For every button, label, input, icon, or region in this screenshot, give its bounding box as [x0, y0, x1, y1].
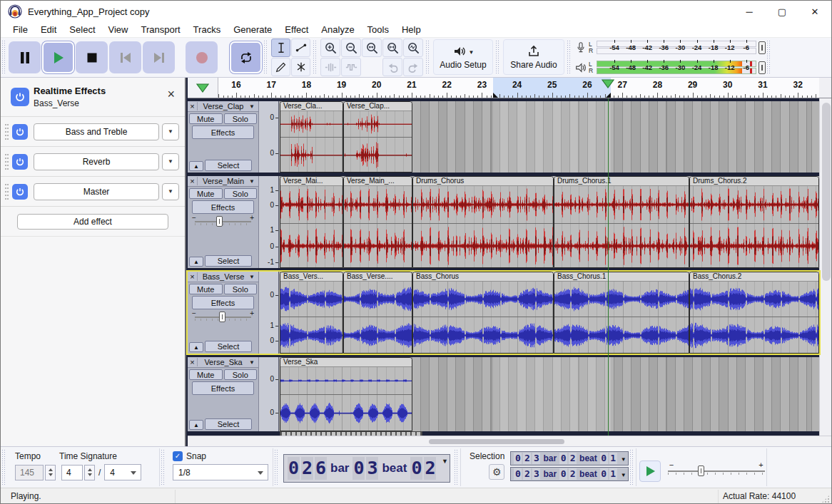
track-name-label[interactable]: Bass_Verse: [198, 272, 249, 281]
play-speed-slider[interactable]: − +: [666, 461, 766, 482]
snap-select[interactable]: 1/8: [173, 464, 268, 480]
track-close-button[interactable]: ×: [188, 102, 198, 110]
playback-meter[interactable]: LR -54-48-42-36-30-24-18-12-6: [573, 58, 766, 77]
time-signature-upper-input[interactable]: 4: [61, 465, 83, 480]
track-clip-area[interactable]: Verse_Cla...Verse_Clap...: [279, 101, 819, 173]
solo-button[interactable]: Solo: [224, 188, 258, 199]
close-button[interactable]: ✕: [798, 1, 831, 22]
select-track-button[interactable]: Select: [205, 418, 252, 430]
mute-button[interactable]: Mute: [189, 369, 223, 380]
selection-digit[interactable]: 2: [569, 468, 577, 480]
collapse-track-button[interactable]: ▲: [189, 161, 203, 171]
audio-setup-button[interactable]: ▼ Audio Setup: [433, 39, 493, 75]
track-clip-area[interactable]: Verse_Mai...Verse_Main_...Drums_ChorusDr…: [279, 176, 819, 268]
effect-name-button[interactable]: Reverb: [34, 153, 159, 170]
toolbar-grip[interactable]: [767, 41, 771, 74]
effect-options-button[interactable]: ▼: [162, 123, 179, 140]
selection-tool-button[interactable]: [271, 38, 290, 57]
menu-effect[interactable]: Effect: [278, 23, 315, 36]
collapse-track-button[interactable]: ▲: [189, 342, 203, 352]
selection-start-field[interactable]: 023bar02beat01▼: [510, 451, 628, 466]
solo-button[interactable]: Solo: [224, 369, 258, 380]
collapse-track-button[interactable]: ▲: [189, 257, 203, 267]
add-effect-button[interactable]: Add effect: [17, 214, 168, 230]
toolbar-grip[interactable]: [496, 41, 500, 74]
audio-clip[interactable]: Verse_Main_...: [343, 176, 412, 268]
mute-button[interactable]: Mute: [189, 113, 223, 124]
clip-title[interactable]: Bass_Verse....: [344, 272, 412, 282]
selection-digit[interactable]: 1: [609, 468, 617, 480]
track-menu-icon[interactable]: ▼: [249, 178, 258, 185]
stop-button[interactable]: [76, 41, 108, 73]
audio-clip[interactable]: Bass_Chorus: [412, 272, 554, 354]
toolbar-grip[interactable]: [567, 41, 572, 74]
tempo-input[interactable]: 145: [15, 465, 44, 480]
selection-digit[interactable]: 0: [514, 468, 522, 480]
toolbar-grip[interactable]: [313, 41, 318, 74]
clip-title[interactable]: Verse_Mai...: [280, 177, 343, 186]
meter-slider-thumb[interactable]: [759, 41, 766, 54]
play-speed-thumb[interactable]: [698, 466, 704, 476]
clip-title[interactable]: Bass_Chorus.2: [690, 272, 818, 282]
minimize-button[interactable]: ─: [733, 1, 766, 22]
clip-title[interactable]: Bass_Chorus: [413, 272, 553, 282]
chevron-down-icon[interactable]: ▼: [442, 458, 448, 465]
select-track-button[interactable]: Select: [205, 160, 252, 171]
share-audio-button[interactable]: Share Audio: [503, 39, 564, 75]
effects-panel-close-icon[interactable]: ×: [167, 88, 175, 101]
zoom-selection-button[interactable]: [362, 38, 382, 57]
time-signature-lower-select[interactable]: 4: [104, 464, 141, 480]
track-name-label[interactable]: Verse_Clap: [198, 102, 249, 110]
toolbar-grip[interactable]: [2, 450, 6, 485]
track-vertical-ruler[interactable]: 1010-1: [259, 176, 279, 268]
zoom-project-button[interactable]: [382, 38, 402, 57]
clip-title[interactable]: Drums_Chorus: [413, 177, 553, 186]
drag-handle-icon[interactable]: [5, 184, 9, 200]
menu-select[interactable]: Select: [63, 23, 101, 36]
volume-slider-thumb[interactable]: [216, 216, 223, 227]
time-digit[interactable]: 0: [410, 457, 422, 480]
multi-tool-button[interactable]: [291, 58, 310, 76]
selection-digit[interactable]: 0: [600, 453, 608, 464]
select-track-button[interactable]: Select: [205, 255, 252, 267]
vertical-scrollbar[interactable]: [819, 98, 832, 436]
track-close-button[interactable]: ×: [188, 177, 198, 185]
track-clip-area[interactable]: Bass_Vers...Bass_Verse....Bass_ChorusBas…: [279, 272, 819, 354]
time-digit[interactable]: 2: [424, 457, 436, 480]
effect-power-button[interactable]: [12, 154, 28, 170]
effect-options-button[interactable]: ▼: [162, 153, 179, 170]
drag-handle-icon[interactable]: [5, 124, 9, 140]
time-digit[interactable]: 3: [366, 457, 378, 480]
track-menu-icon[interactable]: ▼: [249, 274, 258, 280]
selection-end-field[interactable]: 023bar02beat01▼: [510, 467, 628, 481]
clip-title[interactable]: Drums_Chorus.2: [690, 177, 818, 186]
toolbar-grip[interactable]: [275, 450, 279, 485]
mute-button[interactable]: Mute: [189, 188, 223, 199]
menu-transport[interactable]: Transport: [134, 23, 186, 36]
toolbar-grip[interactable]: [630, 450, 634, 485]
audio-clip[interactable]: Drums_Chorus: [412, 176, 554, 268]
selection-digit[interactable]: 2: [523, 453, 531, 464]
audio-clip[interactable]: Bass_Chorus.2: [689, 272, 819, 354]
snap-checkbox[interactable]: ✓: [173, 451, 183, 461]
draw-tool-button[interactable]: [271, 58, 290, 76]
audio-clip[interactable]: Bass_Chorus.1: [554, 272, 689, 354]
chevron-down-icon[interactable]: ▼: [621, 472, 626, 478]
menu-edit[interactable]: Edit: [34, 23, 63, 36]
toolbar-grip[interactable]: [264, 41, 268, 74]
track-clip-area[interactable]: Verse_Ska: [279, 357, 819, 431]
audio-clip[interactable]: Verse_Ska: [280, 357, 412, 431]
track-vertical-ruler[interactable]: 00: [259, 357, 279, 431]
clip-title[interactable]: Bass_Vers...: [280, 272, 343, 282]
clip-title[interactable]: Drums_Chorus.1: [554, 177, 689, 186]
toolbar-grip[interactable]: [455, 450, 459, 485]
volume-slider-thumb[interactable]: [219, 312, 225, 322]
effect-power-button[interactable]: [12, 124, 28, 140]
time-signature-spinner[interactable]: [84, 465, 95, 480]
selection-digit[interactable]: 3: [532, 453, 540, 464]
recording-meter[interactable]: LR -54-48-42-36-30-24-18-12-6: [573, 38, 766, 57]
audio-clip[interactable]: Drums_Chorus.2: [689, 176, 819, 268]
menu-tools[interactable]: Tools: [361, 23, 395, 36]
meter-slider-thumb[interactable]: [759, 61, 766, 74]
time-digit[interactable]: 0: [288, 457, 300, 480]
